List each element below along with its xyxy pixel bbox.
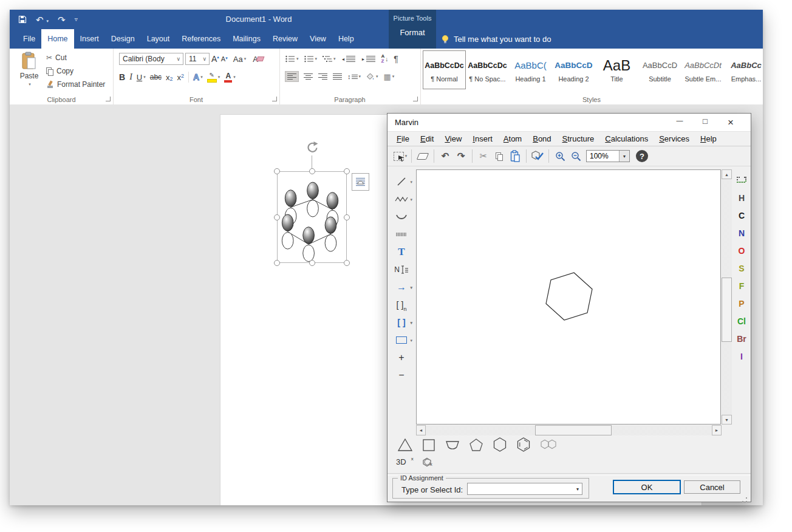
clear-formatting-button[interactable]: A	[253, 55, 264, 64]
scroll-left-button[interactable]: ◄	[416, 425, 426, 435]
bold-button[interactable]: B	[119, 72, 125, 82]
redo-button[interactable]: ↷	[453, 148, 469, 164]
element-O[interactable]: O	[739, 244, 745, 257]
id-select-combo[interactable]: ▾	[467, 483, 582, 495]
bracket-dropdown-icon[interactable]: ▾	[410, 321, 412, 326]
undo-icon[interactable]: ↶	[36, 15, 44, 24]
cyclohexane-template-button[interactable]	[491, 435, 509, 454]
menu-atom[interactable]: Atom	[498, 134, 527, 143]
tell-me-box[interactable]: Tell me what you want to do	[441, 29, 551, 49]
ok-button[interactable]: OK	[613, 480, 681, 494]
align-center-button[interactable]	[304, 73, 313, 80]
menu-bond[interactable]: Bond	[527, 134, 556, 143]
handle-bottom-right[interactable]	[344, 260, 350, 266]
clean-structure-button[interactable]: x	[422, 457, 432, 467]
copy-button[interactable]	[491, 148, 507, 164]
cyclopentane-open-template-button[interactable]	[443, 435, 462, 454]
borders-button[interactable]: ▦ ▾	[384, 72, 395, 81]
paste-button[interactable]	[507, 148, 523, 164]
italic-button[interactable]: I	[129, 72, 132, 82]
handle-top-center[interactable]	[309, 168, 315, 174]
zoom-combo-arrow-icon[interactable]: ▾	[619, 151, 629, 162]
marvin-title-bar[interactable]: Marvin — □ ×	[387, 114, 751, 131]
tab-mailings[interactable]: Mailings	[227, 29, 267, 49]
zoom-level-combo[interactable]: 100% ▾	[586, 150, 630, 162]
paragraph-dialog-launcher[interactable]	[413, 97, 418, 101]
strikethrough-button[interactable]: abc	[150, 73, 162, 81]
selection-dropdown-icon[interactable]: ▾	[405, 154, 408, 159]
handle-middle-left[interactable]	[274, 214, 280, 220]
undo-dropdown-icon[interactable]: ▾	[47, 19, 49, 24]
id-combo-arrow-icon[interactable]: ▾	[576, 486, 582, 492]
font-dialog-launcher[interactable]	[272, 97, 277, 101]
undo-button[interactable]: ↶	[437, 148, 453, 164]
paste-dropdown-icon[interactable]: ▾	[29, 82, 31, 87]
font-size-combo[interactable]: 11 ∨	[185, 53, 210, 65]
canvas-horizontal-scrollbar[interactable]: ◄ ►	[416, 425, 722, 435]
cancel-button[interactable]: Cancel	[684, 480, 740, 494]
horizontal-scroll-thumb[interactable]	[535, 425, 612, 435]
benzene-template-button[interactable]	[514, 435, 533, 454]
handle-top-right[interactable]	[344, 168, 350, 174]
element-F[interactable]: F	[739, 279, 745, 293]
element-I[interactable]: I	[740, 350, 743, 363]
element-Br[interactable]: Br	[737, 332, 746, 346]
menu-view[interactable]: View	[439, 134, 467, 143]
style-no-spacing[interactable]: AaBbCcDc ¶ No Spac...	[466, 50, 509, 89]
shading-button[interactable]: ▾	[366, 73, 378, 81]
increase-indent-button[interactable]: ►	[361, 56, 375, 62]
vertical-scroll-thumb[interactable]	[722, 278, 732, 342]
repeat-group-tool-button[interactable]: [ ] n	[389, 298, 414, 312]
element-H[interactable]: H	[739, 191, 745, 205]
menu-edit[interactable]: Edit	[415, 134, 439, 143]
menu-services[interactable]: Services	[654, 134, 695, 143]
element-Cl[interactable]: Cl	[737, 315, 746, 328]
sort-button[interactable]: A Z ↓	[381, 54, 388, 64]
style-normal[interactable]: AaBbCcDc ¶ Normal	[423, 50, 466, 89]
customize-qat-icon[interactable]: ▿	[75, 16, 78, 22]
justify-button[interactable]	[333, 73, 342, 80]
element-S[interactable]: S	[739, 262, 744, 275]
tab-format[interactable]: Format	[389, 28, 436, 37]
style-heading-2[interactable]: AaBbCcD Heading 2	[552, 50, 595, 89]
scroll-right-button[interactable]: ►	[712, 425, 722, 435]
increase-charge-button[interactable]: +	[389, 350, 414, 365]
chain-dropdown-icon[interactable]: ▾	[410, 197, 412, 202]
element-C[interactable]: C	[739, 209, 745, 222]
text-effects-button[interactable]: A ▾	[193, 72, 203, 82]
font-size-chevron-icon[interactable]: ∨	[200, 56, 209, 62]
scroll-up-button[interactable]: ▲	[722, 169, 732, 179]
align-right-button[interactable]	[318, 73, 327, 80]
grow-font-button[interactable]: A ▴	[211, 54, 219, 64]
tab-help[interactable]: Help	[332, 29, 360, 49]
minimize-icon[interactable]: —	[667, 117, 692, 129]
eraser-tool-button[interactable]	[415, 148, 431, 164]
style-heading-1[interactable]: AaBbC( Heading 1	[509, 50, 552, 89]
style-title[interactable]: AaB Title	[595, 50, 638, 89]
rectangle-tool-button[interactable]: ▾	[389, 333, 414, 347]
canvas-vertical-scrollbar[interactable]: ▲ ▼	[722, 169, 732, 425]
bond-dropdown-icon[interactable]: ▾	[410, 180, 412, 185]
tab-home[interactable]: Home	[41, 29, 73, 49]
cyclobutane-template-button[interactable]	[420, 435, 438, 454]
check-structure-button[interactable]	[530, 148, 545, 164]
subscript-button[interactable]: x 2	[166, 73, 173, 82]
marvin-canvas[interactable]	[416, 169, 721, 425]
cyclopropane-template-button[interactable]	[396, 435, 414, 454]
tab-design[interactable]: Design	[105, 29, 141, 49]
naphthalene-template-button[interactable]	[538, 435, 559, 454]
highlight-button[interactable]: ✎ ▾	[207, 72, 220, 83]
tab-layout[interactable]: Layout	[141, 29, 176, 49]
zoom-in-button[interactable]	[552, 148, 568, 164]
save-icon[interactable]	[18, 15, 27, 24]
align-left-button[interactable]	[285, 72, 298, 81]
rotate-handle-icon[interactable]	[305, 141, 319, 155]
element-N[interactable]: N	[739, 227, 745, 240]
format-painter-button[interactable]: Format Painter	[46, 80, 105, 89]
superscript-button[interactable]: x 2	[177, 73, 185, 82]
handle-top-left[interactable]	[274, 168, 280, 174]
copy-button[interactable]: Copy	[46, 67, 105, 75]
tab-view[interactable]: View	[304, 29, 332, 49]
font-name-combo[interactable]: Calibri (Body ∨	[119, 53, 183, 65]
show-hide-pilcrow-button[interactable]: ¶	[394, 54, 398, 64]
